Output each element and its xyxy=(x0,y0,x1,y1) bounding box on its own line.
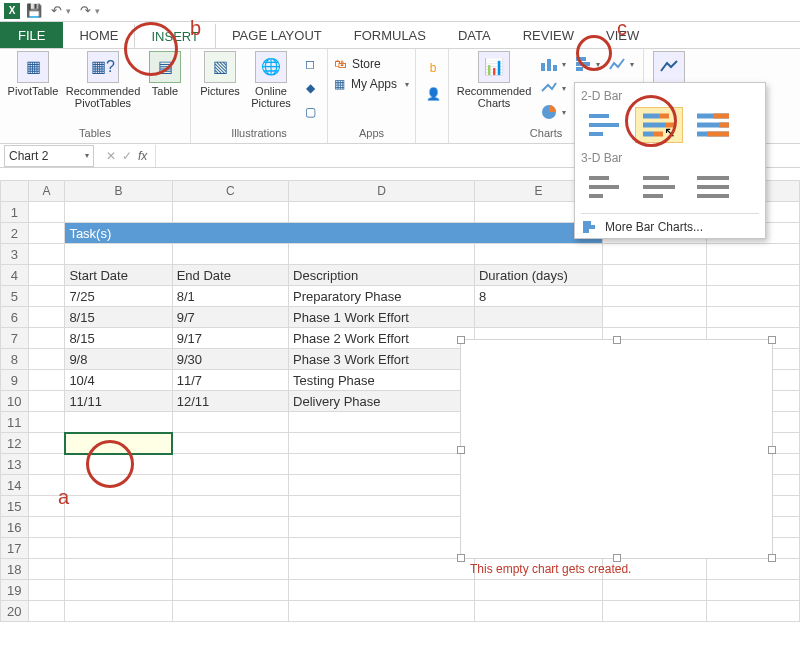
tab-data[interactable]: DATA xyxy=(442,22,507,48)
chart-handle[interactable] xyxy=(457,554,465,562)
row-header[interactable]: 8 xyxy=(1,349,29,370)
row-header[interactable]: 14 xyxy=(1,475,29,496)
cell[interactable]: 8 xyxy=(474,286,602,307)
cell[interactable]: Phase 1 Work Effort xyxy=(289,307,475,328)
cell[interactable]: Preparatory Phase xyxy=(289,286,475,307)
cell[interactable]: 11/11 xyxy=(65,391,172,412)
empty-chart[interactable] xyxy=(460,339,773,559)
enter-formula-icon[interactable]: ✓ xyxy=(122,149,132,163)
pie-chart-button[interactable]: ▾ xyxy=(537,101,569,123)
chart-handle[interactable] xyxy=(768,554,776,562)
bar-100stacked-3d[interactable] xyxy=(689,169,737,205)
tab-review[interactable]: REVIEW xyxy=(507,22,590,48)
recommended-charts-button[interactable]: 📊Recommended Charts xyxy=(455,51,533,109)
row-header[interactable]: 9 xyxy=(1,370,29,391)
chart-handle[interactable] xyxy=(768,446,776,454)
chart-handle[interactable] xyxy=(768,336,776,344)
col-header-D[interactable]: D xyxy=(289,181,475,202)
undo-dropdown[interactable]: ▾ xyxy=(66,6,71,16)
row-header[interactable]: 18 xyxy=(1,559,29,580)
row-header[interactable]: 10 xyxy=(1,391,29,412)
cell[interactable]: Delivery Phase xyxy=(289,391,475,412)
cell[interactable]: Task(s) xyxy=(65,223,603,244)
col-header-C[interactable]: C xyxy=(172,181,288,202)
cell[interactable]: 9/8 xyxy=(65,349,172,370)
cell[interactable]: 8/1 xyxy=(172,286,288,307)
cell[interactable]: 9/7 xyxy=(172,307,288,328)
tab-insert[interactable]: INSERT xyxy=(134,23,215,49)
name-box[interactable]: Chart 2▾ xyxy=(4,145,94,167)
screenshot-button[interactable]: ▢ xyxy=(299,101,321,123)
cell[interactable]: Phase 2 Work Effort xyxy=(289,328,475,349)
row-header[interactable]: 5 xyxy=(1,286,29,307)
fx-icon[interactable]: fx xyxy=(138,149,147,163)
row-header[interactable]: 20 xyxy=(1,601,29,622)
cell[interactable]: Phase 3 Work Effort xyxy=(289,349,475,370)
customize-qat-dropdown[interactable]: ▾ xyxy=(95,6,100,16)
smartart-button[interactable]: ◆ xyxy=(299,77,321,99)
people-graph-button[interactable]: 👤 xyxy=(422,83,444,105)
cell[interactable]: 8/15 xyxy=(65,307,172,328)
save-icon[interactable]: 💾 xyxy=(26,3,42,18)
row-header[interactable]: 3 xyxy=(1,244,29,265)
row-header[interactable]: 12 xyxy=(1,433,29,454)
row-header[interactable]: 19 xyxy=(1,580,29,601)
cell[interactable]: 9/30 xyxy=(172,349,288,370)
recommended-pivottables-button[interactable]: ▦?Recommended PivotTables xyxy=(64,51,142,109)
bing-maps-button[interactable]: b xyxy=(422,57,444,79)
chart-handle[interactable] xyxy=(457,446,465,454)
cancel-formula-icon[interactable]: ✕ xyxy=(106,149,116,163)
cell[interactable]: 12/11 xyxy=(172,391,288,412)
cell[interactable] xyxy=(474,307,602,328)
row-header[interactable]: 11 xyxy=(1,412,29,433)
chart-handle[interactable] xyxy=(613,554,621,562)
row-header[interactable]: 4 xyxy=(1,265,29,286)
row-header[interactable]: 16 xyxy=(1,517,29,538)
more-bar-charts[interactable]: More Bar Charts... xyxy=(581,213,759,234)
row-header[interactable]: 17 xyxy=(1,538,29,559)
active-cell[interactable] xyxy=(65,433,172,454)
bar-clustered-3d[interactable] xyxy=(581,169,629,205)
cell[interactable]: Description xyxy=(289,265,475,286)
col-header-A[interactable]: A xyxy=(28,181,65,202)
tab-formulas[interactable]: FORMULAS xyxy=(338,22,442,48)
bar-100stacked-2d[interactable] xyxy=(689,107,737,143)
tab-page-layout[interactable]: PAGE LAYOUT xyxy=(216,22,338,48)
row-header[interactable]: 7 xyxy=(1,328,29,349)
row-header[interactable]: 13 xyxy=(1,454,29,475)
line-chart-button[interactable]: ▾ xyxy=(537,77,569,99)
redo-icon[interactable]: ↷ xyxy=(77,3,93,18)
store-button[interactable]: 🛍Store xyxy=(334,57,381,71)
tab-file[interactable]: FILE xyxy=(0,22,63,48)
cell[interactable]: Testing Phase xyxy=(289,370,475,391)
undo-icon[interactable]: ↶ xyxy=(48,3,64,18)
bar-stacked-2d[interactable]: ↖ xyxy=(635,107,683,143)
shapes-button[interactable]: ◻ xyxy=(299,53,321,75)
name-box-dropdown-icon[interactable]: ▾ xyxy=(85,151,89,160)
select-all-corner[interactable] xyxy=(1,181,29,202)
table-button[interactable]: ▤Table xyxy=(146,51,184,97)
cell[interactable]: 9/17 xyxy=(172,328,288,349)
row-header[interactable]: 15 xyxy=(1,496,29,517)
bar-chart-button[interactable]: ▾ xyxy=(571,53,603,75)
chart-handle[interactable] xyxy=(613,336,621,344)
myapps-button[interactable]: ▦My Apps▾ xyxy=(334,77,409,91)
bar-stacked-3d[interactable] xyxy=(635,169,683,205)
pivottable-button[interactable]: ▦PivotTable xyxy=(6,51,60,97)
row-header[interactable]: 1 xyxy=(1,202,29,223)
online-pictures-button[interactable]: 🌐Online Pictures xyxy=(247,51,295,109)
row-header[interactable]: 2 xyxy=(1,223,29,244)
cell[interactable]: 10/4 xyxy=(65,370,172,391)
cell[interactable]: 7/25 xyxy=(65,286,172,307)
cell[interactable]: Duration (days) xyxy=(474,265,602,286)
cell[interactable]: 8/15 xyxy=(65,328,172,349)
pictures-button[interactable]: ▧Pictures xyxy=(197,51,243,97)
cell[interactable]: 11/7 xyxy=(172,370,288,391)
tab-view[interactable]: VIEW xyxy=(590,22,655,48)
row-header[interactable]: 6 xyxy=(1,307,29,328)
cell[interactable]: Start Date xyxy=(65,265,172,286)
bar-clustered-2d[interactable] xyxy=(581,107,629,143)
stock-chart-button[interactable]: ▾ xyxy=(605,53,637,75)
cell[interactable]: End Date xyxy=(172,265,288,286)
column-chart-button[interactable]: ▾ xyxy=(537,53,569,75)
